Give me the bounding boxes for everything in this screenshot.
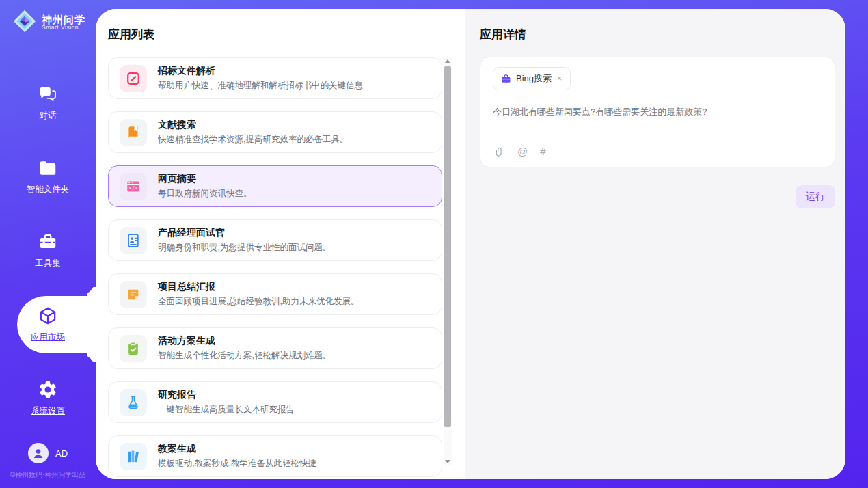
logo-title: 神州问学 xyxy=(42,14,85,25)
svg-text:</>: </> xyxy=(129,185,137,191)
app-name: 网页摘要 xyxy=(158,173,252,185)
briefcase-tool-icon xyxy=(501,74,511,84)
copyright-text: ©神州数码·神州问学出品 xyxy=(0,470,96,480)
app-card[interactable]: 项目总结汇报 全面回顾项目进展,总结经验教训,助力未来优化发展。 xyxy=(108,273,442,315)
sidebar-item-settings[interactable]: 系统设置 xyxy=(0,361,96,435)
tag-close-icon[interactable]: × xyxy=(556,74,562,83)
gear-icon xyxy=(38,379,58,400)
webpage-code-icon: </> xyxy=(120,173,147,200)
app-card[interactable]: 研究报告 一键智能生成高质量长文本研究报告 xyxy=(108,381,442,423)
app-name: 产品经理面试官 xyxy=(158,227,331,239)
tool-tag-label: Bing搜索 xyxy=(516,72,552,85)
sidebar-nav: 对话 智能文件夹 工具集 xyxy=(0,66,96,435)
app-name: 活动方案生成 xyxy=(158,335,331,347)
app-logo: 神州问学 Smart Vision xyxy=(12,9,85,36)
prompt-card: Bing搜索 × 今日湖北有哪些新闻要点?有哪些需要关注的最新政策? @ # xyxy=(480,57,835,167)
app-list: 招标文件解析 帮助用户快速、准确地理解和解析招标书中的关键信息 文献搜索 快速精… xyxy=(108,57,442,479)
sidebar-item-label: 智能文件夹 xyxy=(27,184,70,195)
sidebar: 神州问学 Smart Vision 对话 智能文件夹 xyxy=(0,0,96,488)
run-row: 运行 xyxy=(796,185,835,208)
sidebar-item-label: 工具集 xyxy=(35,258,61,269)
sidebar-item-label: 对话 xyxy=(40,110,57,122)
topic-icon[interactable]: # xyxy=(540,146,545,157)
prompt-input[interactable]: 今日湖北有哪些新闻要点?有哪些需要关注的最新政策? xyxy=(493,105,822,119)
mention-icon[interactable]: @ xyxy=(517,146,528,157)
user-account[interactable]: AD xyxy=(0,443,96,463)
composer-toolbar: @ # xyxy=(494,146,546,157)
bid-document-edit-icon xyxy=(120,65,147,92)
app-card[interactable]: </> 网页摘要 每日政府新闻资讯快查。 xyxy=(108,165,442,207)
app-card[interactable]: 教案生成 模板驱动,教案秒成,教学准备从此轻松快捷 xyxy=(108,435,442,477)
literature-book-icon xyxy=(120,119,147,146)
scrollbar-up-arrow-icon[interactable] xyxy=(444,57,452,65)
user-avatar-icon xyxy=(28,443,49,463)
app-name: 教案生成 xyxy=(158,443,316,455)
scrollbar-thumb[interactable] xyxy=(444,66,451,427)
sidebar-item-toolset[interactable]: 工具集 xyxy=(0,213,96,287)
summary-note-icon xyxy=(120,281,147,308)
sidebar-item-app-market[interactable]: 应用市场 xyxy=(0,287,96,361)
app-description: 全面回顾项目进展,总结经验教训,助力未来优化发展。 xyxy=(158,296,359,308)
cube-icon xyxy=(38,306,58,326)
run-button[interactable]: 运行 xyxy=(796,185,835,208)
scrollbar-track[interactable] xyxy=(444,65,452,457)
app-description: 每日政府新闻资讯快查。 xyxy=(158,188,252,200)
app-detail-title: 应用详情 xyxy=(480,27,526,42)
sidebar-item-smart-folder[interactable]: 智能文件夹 xyxy=(0,139,96,213)
user-name: AD xyxy=(55,448,68,459)
app-description: 快速精准查找学术资源,提高研究效率的必备工具。 xyxy=(158,134,348,146)
app-detail-panel: 应用详情 Bing搜索 × 今日湖北有哪些新闻要点?有哪些需要关注的最新政策? xyxy=(465,9,845,479)
app-card[interactable]: 招标文件解析 帮助用户快速、准确地理解和解析招标书中的关键信息 xyxy=(108,57,442,99)
sidebar-item-chat[interactable]: 对话 xyxy=(0,66,96,139)
scrollbar-down-arrow-icon[interactable] xyxy=(444,457,452,465)
interviewer-resume-icon xyxy=(120,227,147,254)
tool-tag-bing-search[interactable]: Bing搜索 × xyxy=(493,67,571,90)
research-flask-icon xyxy=(120,389,147,416)
main-content: 应用列表 招标文件解析 帮助用户快速、准确地理解和解析招标书中的关键信息 文献搜… xyxy=(96,9,845,479)
app-name: 招标文件解析 xyxy=(158,65,363,77)
app-name: 研究报告 xyxy=(158,389,295,401)
app-name: 项目总结汇报 xyxy=(158,281,359,293)
app-description: 帮助用户快速、准确地理解和解析招标书中的关键信息 xyxy=(158,80,363,92)
app-description: 明确身份和职责,为您提供专业性的面试问题。 xyxy=(158,242,331,254)
toolbox-icon xyxy=(38,232,58,252)
lesson-books-icon xyxy=(120,443,147,470)
attachment-icon[interactable] xyxy=(494,146,505,157)
app-card[interactable]: 产品经理面试官 明确身份和职责,为您提供专业性的面试问题。 xyxy=(108,219,442,261)
logo-subtitle: Smart Vision xyxy=(42,25,85,31)
chat-icon xyxy=(38,84,58,105)
app-name: 文献搜索 xyxy=(158,119,348,131)
app-list-title: 应用列表 xyxy=(108,27,154,42)
sidebar-item-label: 应用市场 xyxy=(31,331,65,343)
app-card[interactable]: 文献搜索 快速精准查找学术资源,提高研究效率的必备工具。 xyxy=(108,111,442,153)
plan-clipboard-icon xyxy=(120,335,147,362)
app-description: 一键智能生成高质量长文本研究报告 xyxy=(158,404,295,416)
app-list-scrollbar[interactable] xyxy=(444,57,452,465)
app-card[interactable]: 活动方案生成 智能生成个性化活动方案,轻松解决规划难题。 xyxy=(108,327,442,369)
folder-icon xyxy=(38,158,58,178)
app-description: 模板驱动,教案秒成,教学准备从此轻松快捷 xyxy=(158,458,316,470)
sidebar-item-label: 系统设置 xyxy=(31,405,65,417)
logo-diamond-icon xyxy=(12,9,37,36)
app-list-panel: 应用列表 招标文件解析 帮助用户快速、准确地理解和解析招标书中的关键信息 文献搜… xyxy=(96,9,465,479)
app-description: 智能生成个性化活动方案,轻松解决规划难题。 xyxy=(158,350,331,362)
